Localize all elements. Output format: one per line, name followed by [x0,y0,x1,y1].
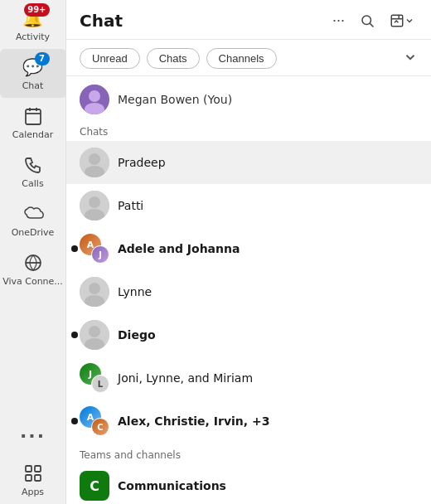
apps-icon [22,462,45,485]
svg-point-24 [89,283,100,294]
svg-rect-6 [26,466,31,472]
sidebar: 🔔 99+ Activity 💬 7 Chat Calendar [0,0,66,504]
unread-indicator [71,245,78,252]
chat-icon: 💬 7 [22,56,45,79]
header: Chat ··· [66,0,431,40]
patti-avatar [80,191,109,220]
chat-item-pradeep[interactable]: Pradeep [66,141,431,184]
sidebar-item-chat[interactable]: 💬 7 Chat [0,49,66,98]
tabs-expand-icon[interactable] [403,50,418,68]
svg-rect-0 [26,109,41,124]
header-compose-button[interactable] [386,10,418,32]
chat-item-patti[interactable]: Patti [66,184,431,227]
sidebar-item-calls[interactable]: Calls [0,147,66,196]
tabs-row: Unread Chats Channels [66,40,431,76]
page-title: Chat [80,11,329,31]
chat-list: Megan Bowen (You) Chats Pradeep [66,76,431,504]
current-user-avatar [80,85,109,114]
joni-lynne-miriam-name: Joni, Lynne, and Miriam [118,371,418,385]
sidebar-item-apps-label: Apps [22,487,44,497]
unread-indicator [71,418,78,424]
calls-icon [22,153,45,177]
chevron-down-icon [403,50,418,65]
diego-name: Diego [118,328,418,342]
viva-icon [22,251,45,274]
search-icon [360,13,375,28]
svg-point-10 [362,16,371,25]
svg-line-11 [370,23,373,27]
activity-icon: 🔔 99+ [22,7,45,30]
svg-point-27 [89,326,100,337]
sidebar-item-activity[interactable]: 🔔 99+ Activity [0,0,66,49]
adele-johanna-name: Adele and Johanna [118,242,418,255]
sidebar-item-calendar-label: Calendar [12,129,53,140]
sidebar-item-activity-label: Activity [16,32,50,42]
svg-rect-8 [26,475,31,481]
sidebar-item-calendar[interactable]: Calendar [0,98,66,147]
main-panel: Chat ··· [66,0,431,504]
patti-name: Patti [118,199,418,212]
tab-channels[interactable]: Channels [206,48,277,69]
alex-group-name: Alex, Christie, Irvin, +3 [118,414,418,428]
svg-rect-7 [35,466,41,472]
svg-point-21 [89,196,100,208]
header-more-button[interactable]: ··· [329,8,348,32]
header-actions: ··· [329,8,418,32]
sidebar-more-button[interactable]: ··· [0,417,66,455]
chat-item-alex-group[interactable]: A C Alex, Christie, Irvin, +3 [66,400,431,443]
svg-point-18 [89,153,100,165]
sidebar-item-apps[interactable]: Apps [0,455,66,504]
chevron-down-icon [404,16,414,26]
diego-avatar [80,320,109,350]
compose-icon [390,13,404,28]
sidebar-item-onedrive-label: OneDrive [12,227,55,238]
sidebar-item-onedrive[interactable]: OneDrive [0,196,66,245]
pradeep-name: Pradeep [118,156,418,169]
teams-section-label: Teams and channels [66,443,431,464]
sidebar-item-viva[interactable]: Viva Conne... [0,245,66,293]
more-dots-icon: ··· [332,12,345,29]
tab-unread[interactable]: Unread [80,48,140,69]
alex-group-avatar: A C [80,406,109,436]
tab-chats[interactable]: Chats [147,48,200,69]
communications-name: Communications [118,479,418,492]
sidebar-item-viva-label: Viva Conne... [2,276,63,287]
more-icon: ··· [22,424,45,447]
onedrive-icon [22,202,45,225]
pradeep-avatar [80,148,109,177]
chat-item-communications[interactable]: C Communications [66,464,431,504]
lynne-avatar [80,277,109,307]
unread-indicator [71,332,78,338]
activity-badge: 99+ [24,3,49,17]
chat-item-joni-lynne-miriam[interactable]: J L Joni, Lynne, and Miriam [66,356,431,400]
svg-rect-9 [35,475,41,481]
lynne-name: Lynne [118,285,418,298]
adele-johanna-avatar: A J [80,234,109,264]
sidebar-item-calls-label: Calls [22,178,43,189]
chats-section-label: Chats [66,123,431,141]
joni-group-avatar: J L [80,363,109,393]
sidebar-item-chat-label: Chat [22,80,44,91]
header-search-button[interactable] [356,10,378,32]
chat-badge: 7 [35,52,50,65]
chat-item-diego[interactable]: Diego [66,313,431,356]
communications-avatar: C [80,471,109,501]
current-user-name: Megan Bowen (You) [118,93,232,106]
chat-item-lynne[interactable]: Lynne [66,270,431,313]
chat-item-adele-johanna[interactable]: A J Adele and Johanna [66,227,431,270]
calendar-icon [22,104,45,128]
current-user-row[interactable]: Megan Bowen (You) [66,76,431,123]
svg-point-15 [89,90,100,102]
